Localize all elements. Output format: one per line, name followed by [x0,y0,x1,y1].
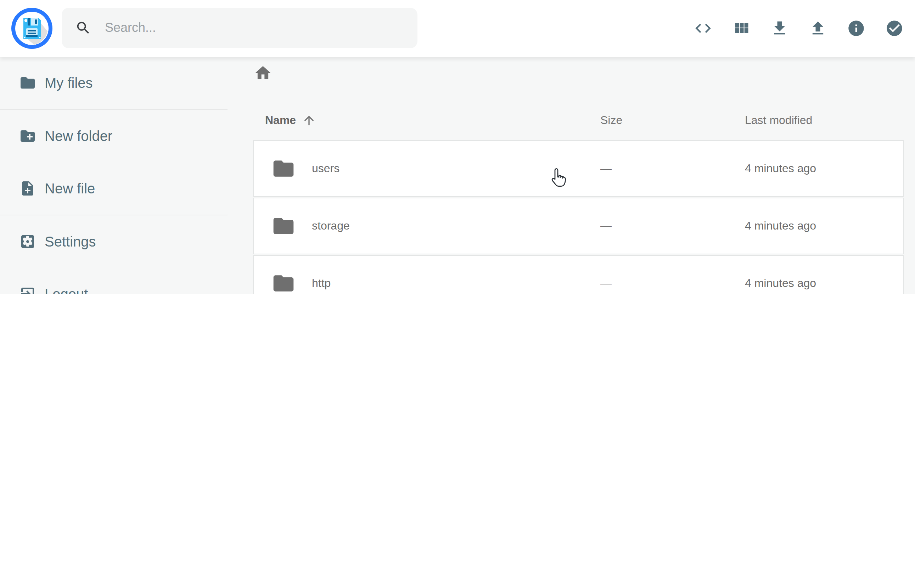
file-name: users [312,162,339,175]
search-input[interactable] [103,20,417,36]
file-size: — [600,277,612,290]
column-header-modified[interactable]: Last modified [745,114,812,127]
sidebar-item-new-file[interactable]: New file [0,162,228,215]
file-size: — [600,162,612,175]
file-modified: 4 minutes ago [745,220,816,233]
file-name: http [312,277,331,290]
create-new-folder-icon [19,128,36,145]
sidebar-item-label: My files [45,75,93,91]
info-icon[interactable] [847,19,865,37]
file-modified: 4 minutes ago [745,277,816,290]
grid-view-icon[interactable] [732,19,750,37]
note-add-icon [19,180,36,197]
code-icon[interactable] [694,19,712,37]
column-header-size[interactable]: Size [600,114,622,127]
settings-icon [19,233,36,250]
file-row[interactable]: users — 4 minutes ago [253,140,904,197]
search-icon [75,20,91,36]
file-row[interactable]: storage — 4 minutes ago [253,198,904,254]
list-header: Name Size Last modified [253,105,904,136]
logout-icon [19,286,36,294]
sidebar-item-new-folder[interactable]: New folder [0,110,228,162]
file-modified: 4 minutes ago [745,162,816,175]
sidebar-item-my-files[interactable]: My files [0,57,228,109]
sort-ascending-icon [302,113,316,128]
sidebar-item-label: New folder [45,128,112,144]
select-icon[interactable] [885,19,904,37]
sidebar: My files New folder New file Settings Lo… [0,57,228,294]
column-header-name[interactable]: Name [265,113,316,128]
download-icon[interactable] [770,19,789,37]
file-browser-app: My files New folder New file Settings Lo… [0,0,915,294]
folder-icon [19,74,36,91]
search-bar[interactable] [61,8,417,48]
file-list: users — 4 minutes ago storage — 4 minute… [253,140,904,294]
file-size: — [600,220,612,233]
app-header [0,0,915,57]
sidebar-item-logout[interactable]: Logout [0,268,228,294]
sidebar-item-label: Settings [45,233,96,250]
file-type-icon [272,214,296,238]
filebrowser-logo-icon [11,8,52,49]
header-actions [694,0,904,57]
file-type-icon [272,271,296,294]
upload-icon[interactable] [809,19,827,37]
file-row[interactable]: http — 4 minutes ago [253,255,904,294]
breadcrumb-home-button[interactable] [254,64,272,82]
home-icon [254,64,272,82]
file-name: storage [312,220,350,233]
sidebar-item-settings[interactable]: Settings [0,215,228,268]
file-type-icon [272,157,296,181]
sidebar-item-label: Logout [45,286,88,294]
sidebar-item-label: New file [45,180,95,197]
